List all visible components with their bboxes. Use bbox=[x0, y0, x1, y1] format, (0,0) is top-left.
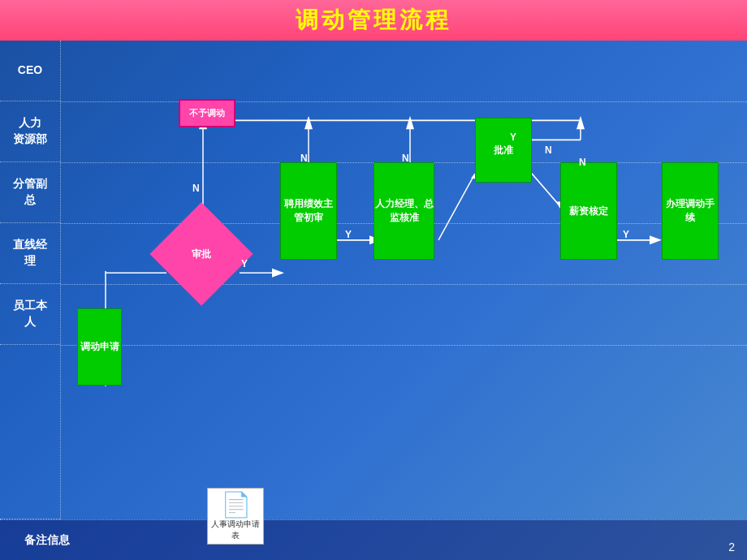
flow-area: 调动申请 不予调动 审批 聘用绩效主管初审 人力经理、总监核准 批准 薪资核定 bbox=[61, 41, 747, 519]
label-vp: 分管副总 bbox=[0, 162, 60, 223]
label-y1: Y bbox=[241, 258, 248, 269]
label-line-mgr: 直线经理 bbox=[0, 223, 60, 284]
label-n3: N bbox=[402, 153, 409, 164]
initial-review-box: 聘用绩效主管初审 bbox=[280, 162, 337, 260]
label-y2: Y bbox=[345, 229, 352, 240]
hr-approval-box: 人力经理、总监核准 bbox=[374, 162, 434, 260]
doc-icon: 📄 人事调动申请表 bbox=[207, 488, 264, 545]
title-bar: 调动管理流程 bbox=[0, 0, 747, 41]
svg-marker-22 bbox=[650, 235, 662, 244]
transfer-app-box: 调动申请 bbox=[77, 308, 122, 386]
document-icon-container: 📄 人事调动申请表 bbox=[110, 496, 264, 545]
page-title: 调动管理流程 bbox=[296, 5, 451, 36]
label-ceo: CEO bbox=[0, 41, 60, 101]
svg-line-12 bbox=[438, 174, 475, 240]
svg-marker-5 bbox=[272, 269, 284, 278]
label-employee: 员工本人 bbox=[0, 284, 60, 345]
label-y3: Y bbox=[510, 131, 516, 143]
no-transfer-box: 不予调动 bbox=[179, 99, 235, 127]
handle-transfer-box: 办理调动手续 bbox=[662, 162, 719, 260]
ceo-approve-box: 批准 bbox=[475, 118, 532, 183]
label-n1: N bbox=[192, 183, 200, 194]
svg-line-17 bbox=[532, 174, 560, 206]
salary-confirm-box: 薪资核定 bbox=[560, 162, 617, 260]
page-number: 2 bbox=[728, 541, 735, 554]
label-n4: N bbox=[545, 144, 552, 156]
svg-marker-16 bbox=[576, 116, 585, 129]
svg-marker-7 bbox=[304, 116, 313, 129]
notes-label: 备注信息 bbox=[16, 533, 77, 548]
label-n5: N bbox=[579, 157, 586, 168]
doc-icon-graphic: 📄 bbox=[221, 490, 251, 519]
label-y4: Y bbox=[623, 229, 629, 240]
label-column: CEO 人力资源部 分管副总 直线经理 员工本人 bbox=[0, 41, 61, 519]
doc-icon-label: 人事调动申请表 bbox=[208, 519, 263, 541]
approve-diamond-container: 审批 bbox=[165, 218, 238, 291]
label-hr: 人力资源部 bbox=[0, 101, 60, 162]
svg-marker-11 bbox=[406, 116, 414, 129]
label-n2: N bbox=[300, 153, 308, 164]
bottom-notes-bar: 备注信息 📄 人事调动申请表 bbox=[0, 519, 747, 560]
